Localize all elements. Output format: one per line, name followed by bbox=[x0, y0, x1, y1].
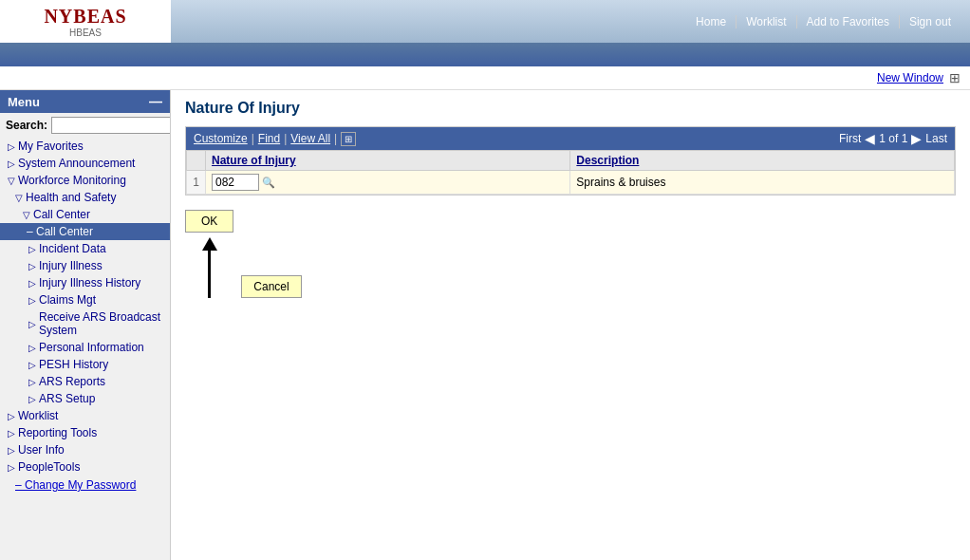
sidebar-item-label: PeopleTools bbox=[18, 460, 80, 474]
sidebar-item-call-center-active[interactable]: – Call Center bbox=[0, 223, 170, 240]
arrow-icon: ▷ bbox=[28, 377, 36, 387]
find-link[interactable]: Find bbox=[258, 132, 280, 145]
sidebar-item-personal-info[interactable]: ▷ Personal Information bbox=[0, 339, 170, 356]
view-all-link[interactable]: View All bbox=[290, 132, 330, 145]
sidebar-item-label: Reporting Tools bbox=[18, 426, 97, 439]
search-label: Search: bbox=[6, 119, 47, 132]
col-header-nature-of-injury[interactable]: Nature of Injury bbox=[206, 151, 570, 171]
search-area: Search: » bbox=[0, 113, 170, 138]
nature-of-injury-cell: 🔍 bbox=[206, 171, 570, 195]
arrow-icon: ▽ bbox=[23, 210, 30, 220]
page-info: 1 of 1 bbox=[879, 132, 907, 145]
sidebar-item-user-info[interactable]: ▷ User Info bbox=[0, 441, 170, 458]
sidebar-item-pesh-history[interactable]: ▷ PESH History bbox=[0, 356, 170, 373]
customize-link[interactable]: Customize bbox=[194, 132, 248, 145]
htree-icon[interactable]: ⊞ bbox=[949, 70, 961, 85]
lookup-btn[interactable]: 🔍 bbox=[262, 177, 275, 189]
nav-worklist[interactable]: Worklist bbox=[737, 15, 796, 28]
arrow-icon: ▷ bbox=[28, 394, 36, 404]
sidebar-item-label: Call Center bbox=[33, 208, 90, 221]
sidebar-item-label: Injury Illness History bbox=[39, 276, 140, 289]
description-cell: Sprains & bruises bbox=[570, 171, 955, 195]
arrow-icon: ▷ bbox=[28, 319, 36, 329]
nav-add-favorites[interactable]: Add to Favorites bbox=[797, 15, 900, 28]
search-input[interactable] bbox=[51, 117, 171, 134]
arrow-icon: ▷ bbox=[8, 411, 15, 421]
arrow-icon: ▷ bbox=[28, 360, 36, 370]
sidebar-item-reporting-tools[interactable]: ▷ Reporting Tools bbox=[0, 424, 170, 441]
sidebar-menu-label: Menu bbox=[8, 95, 40, 109]
sidebar-item-worklist[interactable]: ▷ Worklist bbox=[0, 407, 170, 424]
sidebar-item-receive-ars[interactable]: ▷ Receive ARS Broadcast System bbox=[0, 308, 170, 339]
sidebar-minimize-btn[interactable]: — bbox=[149, 94, 162, 109]
nav-home[interactable]: Home bbox=[686, 15, 737, 28]
sidebar-item-incident-data[interactable]: ▷ Incident Data bbox=[0, 240, 170, 257]
sidebar-item-injury-illness-history[interactable]: ▷ Injury Illness History bbox=[0, 274, 170, 291]
nature-of-injury-input[interactable] bbox=[212, 174, 259, 191]
sidebar-item-label: – Call Center bbox=[27, 225, 93, 238]
nav-links: Home Worklist Add to Favorites Sign out bbox=[686, 15, 961, 28]
last-label: Last bbox=[925, 132, 947, 145]
sidebar-item-people-tools[interactable]: ▷ PeopleTools bbox=[0, 458, 170, 476]
sidebar-item-label: Incident Data bbox=[39, 242, 106, 255]
sidebar: Menu — Search: » ▷ My Favorites ▷ System… bbox=[0, 90, 171, 560]
arrow-icon: ▷ bbox=[8, 445, 15, 456]
logo-sub: HBEAS bbox=[44, 28, 126, 38]
sidebar-item-label: PESH History bbox=[39, 358, 108, 371]
nav-sign-out[interactable]: Sign out bbox=[900, 15, 961, 28]
arrow-icon: ▷ bbox=[8, 462, 15, 473]
arrow-icon: ▷ bbox=[28, 278, 36, 289]
sub-header bbox=[0, 43, 970, 66]
header: NYBEAS HBEAS Home Worklist Add to Favori… bbox=[0, 0, 970, 43]
sidebar-item-label: Health and Safety bbox=[26, 191, 116, 204]
arrow-icon: ▷ bbox=[8, 159, 15, 169]
change-password-link[interactable]: – Change My Password bbox=[8, 476, 143, 495]
col-header-description[interactable]: Description bbox=[570, 151, 955, 171]
sidebar-item-label: Workforce Monitoring bbox=[18, 174, 126, 187]
sidebar-item-health-safety[interactable]: ▽ Health and Safety bbox=[0, 189, 170, 206]
sidebar-item-my-favorites[interactable]: ▷ My Favorites bbox=[0, 138, 170, 155]
table-toolbar: Customize | Find | View All | ⊞ First ◀ … bbox=[186, 127, 955, 150]
next-page-btn[interactable]: ▶ bbox=[911, 131, 922, 146]
nav-bar: Home Worklist Add to Favorites Sign out bbox=[686, 0, 970, 43]
sidebar-item-injury-illness[interactable]: ▷ Injury Illness bbox=[0, 257, 170, 274]
sidebar-item-workforce-monitoring[interactable]: ▽ Workforce Monitoring bbox=[0, 172, 170, 189]
sidebar-item-label: ARS Setup bbox=[39, 392, 95, 405]
sidebar-item-label: Injury Illness bbox=[39, 259, 103, 272]
new-window-link[interactable]: New Window bbox=[877, 71, 943, 84]
sidebar-item-claims-mgt[interactable]: ▷ Claims Mgt bbox=[0, 291, 170, 308]
sidebar-item-label: Personal Information bbox=[39, 341, 144, 354]
arrow-line bbox=[208, 251, 211, 298]
sidebar-item-label: My Favorites bbox=[18, 140, 84, 153]
button-bar: OK Cancel bbox=[185, 210, 956, 298]
data-table: Nature of Injury Description 1 🔍 bbox=[186, 150, 955, 195]
arrow-icon: ▷ bbox=[28, 295, 36, 306]
arrow-icon: ▷ bbox=[28, 244, 36, 254]
table-row: 1 🔍 Sprains & bruises bbox=[187, 171, 955, 195]
sidebar-item-label: ARS Reports bbox=[39, 375, 105, 388]
page-title: Nature Of Injury bbox=[185, 100, 956, 117]
prev-page-btn[interactable]: ◀ bbox=[865, 131, 875, 146]
content-area: Nature Of Injury Customize | Find | View… bbox=[171, 90, 970, 560]
new-window-bar: New Window ⊞ bbox=[0, 66, 970, 90]
ok-button[interactable]: OK bbox=[185, 210, 233, 233]
arrow-head bbox=[202, 237, 217, 251]
arrow-icon: ▷ bbox=[28, 343, 36, 353]
sidebar-item-call-center-parent[interactable]: ▽ Call Center bbox=[0, 206, 170, 223]
row-number: 1 bbox=[187, 171, 206, 195]
grid-icon[interactable]: ⊞ bbox=[341, 132, 356, 146]
toolbar-links: Customize | Find | View All | ⊞ bbox=[194, 132, 356, 146]
arrow-icon: ▽ bbox=[15, 193, 23, 203]
arrow-icon: ▽ bbox=[8, 176, 15, 186]
sidebar-item-ars-reports[interactable]: ▷ ARS Reports bbox=[0, 373, 170, 390]
arrow-icon: ▷ bbox=[28, 261, 36, 271]
arrow-annotation bbox=[185, 237, 233, 298]
sidebar-item-label: Worklist bbox=[18, 409, 58, 422]
sidebar-item-system-announcement[interactable]: ▷ System Announcement bbox=[0, 155, 170, 172]
cancel-button[interactable]: Cancel bbox=[241, 275, 301, 298]
data-table-container: Customize | Find | View All | ⊞ First ◀ … bbox=[185, 126, 956, 196]
sidebar-item-ars-setup[interactable]: ▷ ARS Setup bbox=[0, 390, 170, 407]
main-layout: Menu — Search: » ▷ My Favorites ▷ System… bbox=[0, 90, 970, 560]
arrow-icon: ▷ bbox=[8, 141, 15, 152]
col-header-rownum bbox=[187, 151, 206, 171]
